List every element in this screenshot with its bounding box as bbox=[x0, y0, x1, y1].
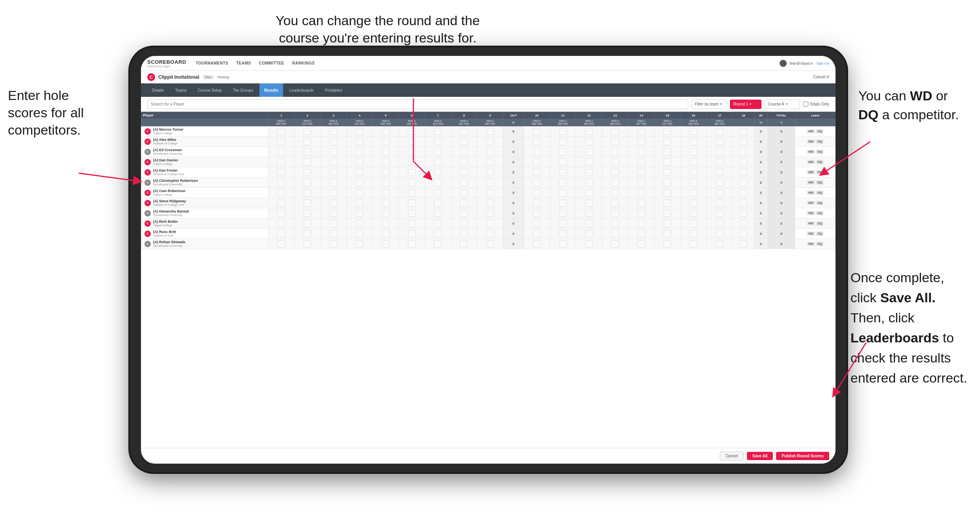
wd-button[interactable]: WD bbox=[807, 139, 815, 144]
score-input-h4[interactable] bbox=[356, 200, 363, 207]
score-input-h11[interactable] bbox=[559, 128, 567, 135]
score-input-h18[interactable] bbox=[739, 128, 747, 135]
score-cell-h10[interactable] bbox=[524, 208, 550, 218]
score-cell-h16[interactable] bbox=[680, 239, 706, 249]
score-input-h14[interactable] bbox=[637, 210, 645, 217]
score-cell-h14[interactable] bbox=[628, 147, 654, 157]
score-input-h14[interactable] bbox=[637, 189, 645, 196]
score-cell-h2[interactable] bbox=[294, 157, 320, 167]
score-cell-h4[interactable] bbox=[346, 178, 372, 188]
score-cell-h4[interactable] bbox=[346, 218, 372, 229]
score-input-h10[interactable] bbox=[533, 148, 541, 155]
tab-printables[interactable]: Printables bbox=[320, 83, 347, 97]
score-cell-h14[interactable] bbox=[628, 239, 654, 249]
score-cell-h6[interactable] bbox=[399, 208, 425, 218]
score-cell-h4[interactable] bbox=[346, 137, 372, 147]
score-cell-h16[interactable] bbox=[680, 137, 706, 147]
score-input-h7[interactable] bbox=[434, 240, 442, 248]
score-input-h7[interactable] bbox=[434, 200, 442, 207]
wd-button[interactable]: WD bbox=[807, 129, 815, 133]
score-cell-h12[interactable] bbox=[576, 157, 602, 167]
score-input-h14[interactable] bbox=[637, 138, 645, 145]
score-cell-h2[interactable] bbox=[294, 167, 320, 178]
score-cell-h4[interactable] bbox=[346, 229, 372, 239]
score-input-h6[interactable] bbox=[408, 200, 416, 207]
score-cell-h9[interactable] bbox=[477, 137, 503, 147]
score-cell-h7[interactable] bbox=[425, 188, 451, 198]
score-cell-h3[interactable] bbox=[320, 137, 346, 147]
score-cell-h17[interactable] bbox=[706, 167, 732, 178]
score-cell-h13[interactable] bbox=[602, 239, 628, 249]
score-input-h17[interactable] bbox=[716, 189, 724, 196]
score-cell-h10[interactable] bbox=[524, 157, 550, 167]
score-cell-h2[interactable] bbox=[294, 198, 320, 208]
score-input-h2[interactable] bbox=[304, 148, 311, 155]
score-cell-h5[interactable] bbox=[372, 137, 398, 147]
score-input-h1[interactable] bbox=[277, 148, 285, 155]
score-cell-h17[interactable] bbox=[706, 178, 732, 188]
score-input-h9[interactable] bbox=[486, 220, 494, 227]
score-input-h14[interactable] bbox=[637, 230, 645, 237]
score-cell-h1[interactable] bbox=[268, 239, 294, 249]
score-cell-h14[interactable] bbox=[628, 126, 654, 137]
score-cell-h10[interactable] bbox=[524, 137, 550, 147]
score-input-h9[interactable] bbox=[486, 230, 494, 237]
score-cell-h2[interactable] bbox=[294, 126, 320, 137]
tab-details[interactable]: Details bbox=[147, 83, 169, 97]
tab-leaderboards[interactable]: Leaderboards bbox=[285, 83, 319, 97]
score-input-h10[interactable] bbox=[533, 138, 541, 145]
score-input-h5[interactable] bbox=[382, 138, 390, 145]
score-cell-h5[interactable] bbox=[372, 157, 398, 167]
score-input-h11[interactable] bbox=[559, 148, 567, 155]
score-cell-h15[interactable] bbox=[654, 137, 680, 147]
score-input-h13[interactable] bbox=[611, 169, 619, 176]
score-cell-h8[interactable] bbox=[451, 178, 477, 188]
score-cell-h18[interactable] bbox=[733, 137, 754, 147]
score-input-h9[interactable] bbox=[486, 179, 494, 186]
score-input-h15[interactable] bbox=[663, 169, 671, 176]
score-input-h5[interactable] bbox=[382, 210, 390, 217]
score-input-h1[interactable] bbox=[277, 220, 285, 227]
score-cell-h9[interactable] bbox=[477, 239, 503, 249]
score-cell-h5[interactable] bbox=[372, 218, 398, 229]
score-input-h17[interactable] bbox=[716, 220, 724, 227]
score-input-h5[interactable] bbox=[382, 169, 390, 176]
score-input-h8[interactable] bbox=[460, 159, 468, 166]
score-cell-h13[interactable] bbox=[602, 147, 628, 157]
score-input-h6[interactable] bbox=[408, 159, 416, 166]
score-cell-h2[interactable] bbox=[294, 137, 320, 147]
score-cell-h1[interactable] bbox=[268, 147, 294, 157]
score-cell-h15[interactable] bbox=[654, 126, 680, 137]
score-input-h4[interactable] bbox=[356, 148, 363, 155]
score-cell-h15[interactable] bbox=[654, 229, 680, 239]
score-cell-h4[interactable] bbox=[346, 157, 372, 167]
score-input-h11[interactable] bbox=[559, 169, 567, 176]
score-cell-h1[interactable] bbox=[268, 198, 294, 208]
score-cell-h16[interactable] bbox=[680, 218, 706, 229]
score-cell-h11[interactable] bbox=[550, 208, 576, 218]
score-cell-h18[interactable] bbox=[733, 157, 754, 167]
score-input-h3[interactable] bbox=[330, 220, 337, 227]
score-input-h13[interactable] bbox=[611, 200, 619, 207]
score-input-h13[interactable] bbox=[611, 128, 619, 135]
score-cell-h5[interactable] bbox=[372, 229, 398, 239]
score-input-h6[interactable] bbox=[408, 189, 416, 196]
score-input-h18[interactable] bbox=[739, 220, 747, 227]
score-input-h18[interactable] bbox=[739, 240, 747, 248]
wd-button[interactable]: WD bbox=[807, 150, 815, 154]
score-input-h7[interactable] bbox=[434, 189, 442, 196]
score-cell-h16[interactable] bbox=[680, 157, 706, 167]
score-input-h3[interactable] bbox=[330, 230, 337, 237]
score-input-h17[interactable] bbox=[716, 200, 724, 207]
score-cell-h14[interactable] bbox=[628, 167, 654, 178]
dq-button[interactable]: DQ bbox=[816, 139, 824, 144]
score-input-h14[interactable] bbox=[637, 220, 645, 227]
score-cell-h5[interactable] bbox=[372, 147, 398, 157]
course-dropdown[interactable]: Course A ▾ bbox=[765, 100, 800, 109]
score-input-h10[interactable] bbox=[533, 179, 541, 186]
score-input-h10[interactable] bbox=[533, 169, 541, 176]
score-input-h4[interactable] bbox=[356, 189, 363, 196]
score-input-h12[interactable] bbox=[585, 159, 593, 166]
score-input-h18[interactable] bbox=[739, 159, 747, 166]
score-cell-h14[interactable] bbox=[628, 198, 654, 208]
